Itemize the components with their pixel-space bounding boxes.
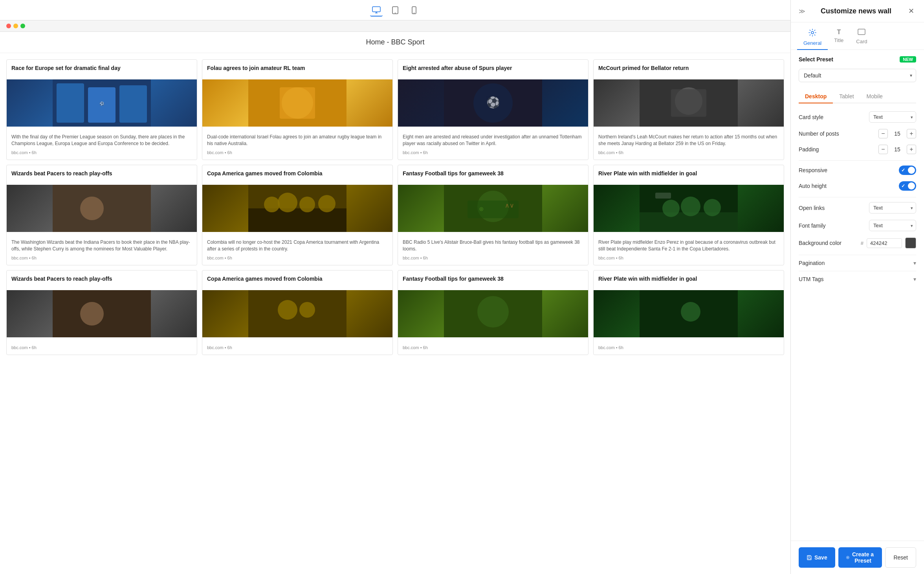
svg-point-47 [477,296,509,327]
card-meta: bbc.com • 6h [11,150,192,155]
card-meta: bbc.com • 6h [403,345,583,350]
tab-title[interactable]: T Title [828,26,850,50]
card-meta: bbc.com • 6h [207,345,388,350]
card-title: Race for Europe set for dramatic final d… [11,64,192,72]
reset-label: Reset [893,554,908,561]
card-image [202,290,392,337]
dot-green [20,24,25,28]
right-panel: ≫ Customize news wall ✕ General T Title [790,0,924,574]
card-meta: bbc.com • 6h [207,150,388,155]
padding-increase-button[interactable]: + [907,145,916,154]
tab-card[interactable]: Card [850,26,873,50]
card-image [202,185,392,232]
card-image [594,79,784,127]
news-card: River Plate win with midfielder in goal … [593,270,784,355]
card-meta: bbc.com • 6h [11,256,192,260]
card-meta: bbc.com • 6h [598,256,779,260]
card-desc: With the final day of the Premier League… [11,134,192,147]
panel-title: Customize news wall [821,7,891,15]
tab-general-label: General [803,40,821,46]
preset-select[interactable]: Default [799,69,916,82]
card-title: Eight arrested after abuse of Spurs play… [403,64,583,72]
device-tab-desktop[interactable]: Desktop [799,90,833,103]
news-card: Eight arrested after abuse of Spurs play… [398,59,588,160]
font-family-setting: Font family Text ▾ [799,220,916,231]
responsive-toggle[interactable]: ✓ [899,166,916,175]
dot-yellow [13,24,18,28]
new-badge: NEW [900,56,916,63]
card-image [7,290,197,337]
svg-rect-10 [119,85,147,123]
window-chrome [0,20,790,32]
reset-button[interactable]: Reset [885,547,916,568]
save-icon [807,555,812,560]
svg-point-6 [414,13,414,13]
font-family-select[interactable]: Text [869,220,916,231]
panel-footer: Save Create a Preset Reset [791,541,924,574]
svg-text:⚽: ⚽ [99,101,104,106]
svg-point-45 [299,302,315,318]
color-swatch[interactable] [905,237,916,248]
card-desc: Colombia will no longer co-host the 2021… [207,239,388,252]
card-desc: River Plate play midfielder Enzo Perez i… [598,239,779,252]
card-desc: BBC Radio 5 Live's Alistair Bruce-Ball g… [403,239,583,252]
desktop-icon[interactable] [370,4,383,17]
svg-point-39 [704,199,721,216]
device-tab-mobile[interactable]: Mobile [860,90,889,103]
card-title: Copa America games moved from Colombia [207,170,388,177]
color-input[interactable] [867,238,902,248]
card-title: Folau agrees to join amateur RL team [207,64,388,72]
mobile-icon[interactable] [408,4,420,17]
news-card: Folau agrees to join amateur RL team Dua… [202,59,393,160]
title-icon: T [837,29,841,36]
divider [799,197,916,197]
news-card: Fantasy Football tips for gameweek 38 bb… [398,270,588,355]
card-title: River Plate win with midfielder in goal [598,275,779,282]
svg-rect-8 [57,83,84,123]
posts-value: 15 [893,131,902,137]
utm-tags-section[interactable]: UTM Tags ▾ [799,271,916,287]
card-desc: The Washington Wizards beat the Indiana … [11,239,192,252]
svg-rect-34 [468,201,519,218]
posts-increase-button[interactable]: + [907,129,916,138]
padding-stepper: − 15 + [878,145,916,154]
pagination-section[interactable]: Pagination ▾ [799,255,916,271]
create-preset-button[interactable]: Create a Preset [838,547,882,568]
open-links-select[interactable]: Text [869,202,916,213]
news-card: River Plate win with midfielder in goal … [593,165,784,265]
auto-height-setting: Auto height ✓ [799,181,916,191]
card-style-label: Card style [799,114,823,120]
card-meta: bbc.com • 6h [403,150,583,155]
save-button[interactable]: Save [799,547,835,568]
svg-rect-43 [248,290,346,337]
card-title: Fantasy Football tips for gameweek 38 [403,275,583,282]
tab-general[interactable]: General [797,26,828,50]
create-preset-label: Create a Preset [852,551,874,564]
background-color-label: Background color [799,240,842,246]
device-tab-tablet[interactable]: Tablet [833,90,860,103]
svg-rect-51 [858,29,865,35]
card-image [398,290,588,337]
tablet-icon[interactable] [389,4,402,17]
card-image [7,185,197,232]
responsive-label: Responsive [799,167,827,173]
news-card: Wizards beat Pacers to reach play-offs T… [6,165,197,265]
card-meta: bbc.com • 6h [11,345,192,350]
svg-rect-25 [248,208,346,232]
preset-section: Select Preset NEW [799,56,916,63]
svg-point-26 [264,197,280,212]
padding-decrease-button[interactable]: − [878,145,888,154]
auto-height-toggle[interactable]: ✓ [899,181,916,191]
responsive-setting: Responsive ✓ [799,166,916,175]
card-desc: Northern Ireland's Leah McCourt makes he… [598,134,779,147]
card-image: ⚽ [398,79,588,127]
preset-select-wrapper: Default ▾ [799,69,916,82]
close-button[interactable]: ✕ [907,6,916,16]
svg-point-28 [299,197,315,212]
svg-point-4 [395,13,396,13]
card-style-select[interactable]: Text [869,111,916,123]
posts-decrease-button[interactable]: − [878,129,888,138]
svg-rect-14 [280,87,315,119]
gear-icon [808,29,816,39]
expand-icon[interactable]: ≫ [799,7,805,15]
